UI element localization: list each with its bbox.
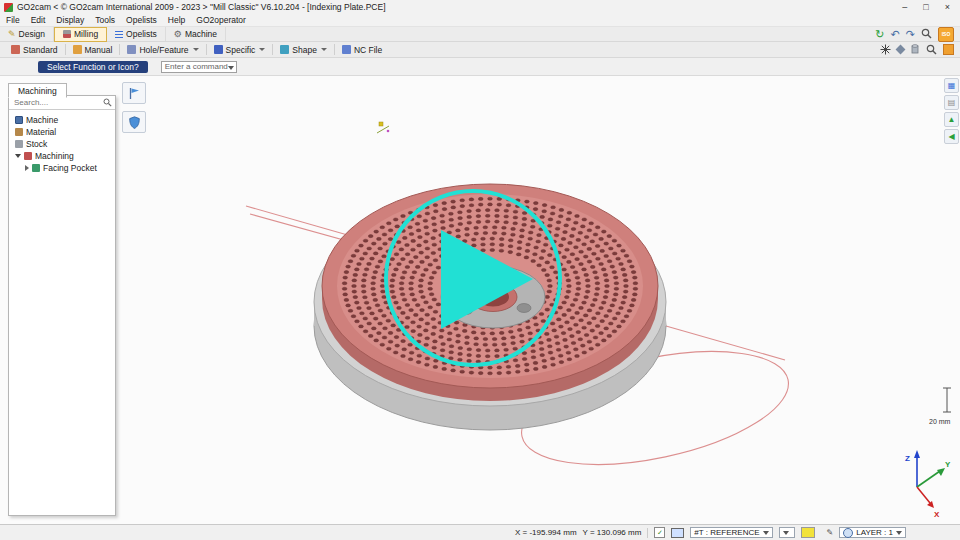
- side-mini-toolbar: [122, 82, 146, 133]
- tree-item-machining[interactable]: Machining: [9, 150, 115, 162]
- menu-item-edit[interactable]: Edit: [31, 15, 46, 25]
- status-y-coordinate: Y = 130.096 mm: [583, 528, 642, 537]
- shield-button[interactable]: [122, 111, 146, 133]
- redo-button[interactable]: ↷: [906, 29, 915, 40]
- chevron-down-icon: [193, 48, 199, 51]
- iso-view-button[interactable]: ISO: [938, 27, 954, 42]
- menu-item-file[interactable]: File: [6, 15, 20, 25]
- color-swatch[interactable]: [801, 527, 815, 538]
- shape-label: Shape: [292, 45, 317, 55]
- snap-checkbox[interactable]: ✓: [654, 527, 665, 538]
- tab-opelists[interactable]: Opelists: [107, 27, 166, 41]
- go2cam-window: 20 mm Z Y X GO2cam < © GO2cam Internatio…: [0, 0, 960, 540]
- specific-label: Specific: [226, 45, 256, 55]
- search-icon: [103, 98, 112, 107]
- search-row: [9, 96, 115, 110]
- pen-icon[interactable]: ✎: [827, 528, 834, 537]
- fill-tool-button[interactable]: [896, 45, 906, 55]
- menu-item-display[interactable]: Display: [56, 15, 84, 25]
- machine-icon: [15, 116, 23, 124]
- scroll-left-button[interactable]: ◀: [944, 129, 959, 144]
- shape-button[interactable]: Shape: [274, 44, 333, 56]
- rotate-view-button[interactable]: ↻: [875, 29, 884, 40]
- tree-item-label: Machine: [26, 115, 58, 125]
- scroll-up-button[interactable]: ▲: [944, 112, 959, 127]
- stock-icon: [15, 140, 23, 148]
- status-x-coordinate: X = -195.994 mm: [515, 528, 577, 537]
- window-title: GO2cam < © GO2cam International 2009 - 2…: [17, 2, 386, 12]
- collapse-caret-icon[interactable]: [25, 165, 29, 171]
- flag-button[interactable]: [122, 82, 146, 104]
- zoom-window-button[interactable]: [926, 41, 937, 59]
- view-toolbar-bottom: [880, 41, 954, 59]
- viewport-canvas: 20 mm Z Y X: [0, 0, 960, 540]
- tree-item-facing-pocket[interactable]: Facing Pocket: [9, 162, 115, 174]
- gear-icon: ⚙: [174, 30, 182, 39]
- tab-design[interactable]: ✎ Design: [0, 27, 54, 41]
- nc-file-button[interactable]: NC File: [336, 44, 388, 56]
- window-controls: – □ ×: [902, 2, 950, 12]
- hole-feature-icon: [127, 45, 136, 54]
- command-combobox[interactable]: Enter a command: [161, 61, 237, 73]
- tab-design-label: Design: [19, 29, 45, 39]
- mill-tool-icon: [63, 30, 71, 38]
- menu-item-tools[interactable]: Tools: [95, 15, 115, 25]
- tree-item-label: Material: [26, 127, 56, 137]
- specific-button[interactable]: Specific: [208, 44, 272, 56]
- machining-panel-tab[interactable]: Machining: [8, 83, 67, 98]
- scale-label: 20 mm: [929, 418, 951, 425]
- separator: [65, 44, 66, 55]
- cylinder-icon: [910, 44, 920, 55]
- manual-button[interactable]: Manual: [67, 44, 119, 56]
- axis-triad: [914, 450, 945, 508]
- selection-star-button[interactable]: [880, 41, 891, 59]
- separator: [206, 44, 207, 55]
- tree-item-label: Machining: [35, 151, 74, 161]
- standard-button[interactable]: Standard: [5, 44, 64, 56]
- origin-axis-marker: [377, 122, 389, 133]
- search-input[interactable]: [12, 97, 101, 108]
- iso-view-label: ISO: [942, 31, 951, 37]
- machining-panel-tab-label: Machining: [18, 86, 57, 96]
- tab-milling[interactable]: Milling: [54, 27, 107, 42]
- axis-x-label: X: [934, 510, 940, 519]
- reference-select-value: #T : REFERENCE: [694, 528, 759, 537]
- separator: [334, 44, 335, 55]
- undo-button[interactable]: ↶: [891, 29, 900, 40]
- menu-item-help[interactable]: Help: [168, 15, 185, 25]
- indexing-plate-model[interactable]: [314, 184, 666, 430]
- tab-machine[interactable]: ⚙ Machine: [166, 27, 226, 41]
- reference-select[interactable]: #T : REFERENCE: [690, 527, 772, 538]
- monitor-icon[interactable]: [671, 528, 684, 538]
- ribbon-buttons-row: Standard Manual Hole/Feature Specific Sh…: [0, 42, 960, 58]
- machining-icon: [24, 152, 32, 160]
- star-lines-icon: [880, 44, 891, 55]
- tree-item-stock[interactable]: Stock: [9, 138, 115, 150]
- hole-feature-button[interactable]: Hole/Feature: [121, 44, 204, 56]
- specific-icon: [214, 45, 223, 54]
- separator: [119, 44, 120, 55]
- close-button[interactable]: ×: [945, 2, 950, 12]
- tree-item-machine[interactable]: Machine: [9, 114, 115, 126]
- chevron-down-icon: [321, 48, 327, 51]
- shield-icon: [129, 116, 140, 129]
- maximize-button[interactable]: □: [923, 2, 928, 12]
- grid-view-button[interactable]: ▦: [944, 78, 959, 93]
- tree-item-material[interactable]: Material: [9, 126, 115, 138]
- chevron-down-icon: [763, 531, 769, 535]
- menu-item-opelists[interactable]: Opelists: [126, 15, 157, 25]
- layer-select[interactable]: LAYER : 1: [839, 527, 906, 538]
- view-preset-button[interactable]: [943, 44, 954, 55]
- nc-file-label: NC File: [354, 45, 382, 55]
- aux-select[interactable]: [779, 527, 795, 538]
- menu-item-go2operator[interactable]: GO2operator: [196, 15, 246, 25]
- panel-view-button[interactable]: ▤: [944, 95, 959, 110]
- tool-cylinder-button[interactable]: [910, 41, 920, 59]
- chevron-down-icon: [228, 66, 234, 70]
- magnifier-icon: [926, 44, 937, 55]
- app-logo-icon: [4, 3, 13, 12]
- nc-file-icon: [342, 45, 351, 54]
- minimize-button[interactable]: –: [902, 2, 907, 12]
- separator: [272, 44, 273, 55]
- expand-caret-icon[interactable]: [15, 154, 21, 158]
